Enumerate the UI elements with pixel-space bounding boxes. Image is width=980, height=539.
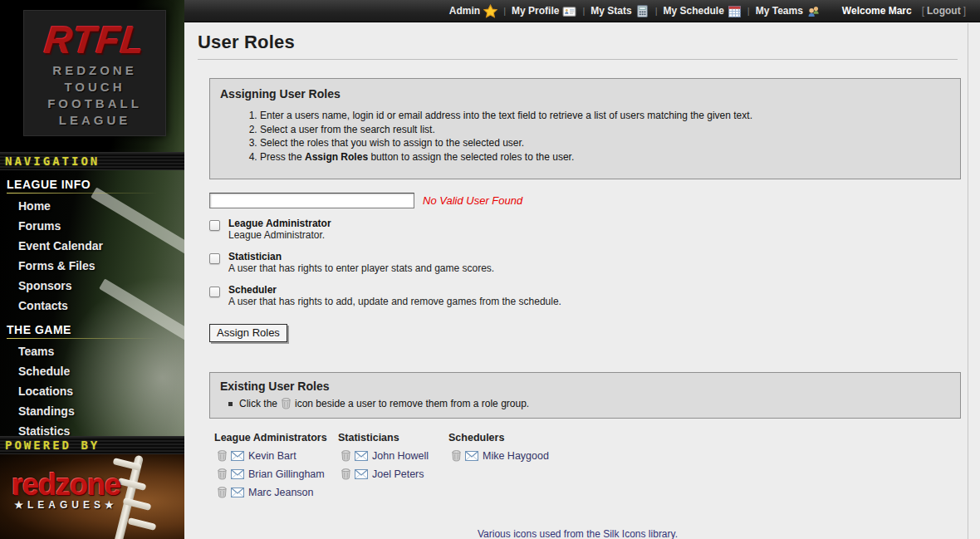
topbar-link-my-schedule[interactable]: My Schedule [663, 4, 741, 18]
user-row: Mike Haygood [448, 450, 549, 462]
user-row: Brian Gillingham [214, 468, 338, 480]
league-logo-area: RTFL REDZONE TOUCH FOOTBALL LEAGUE [0, 0, 184, 152]
role-description: League Administrator. [228, 229, 331, 242]
topbar-separator: | [503, 6, 506, 16]
topbar-link-my-stats[interactable]: My Stats [590, 4, 649, 18]
role-checkbox-scheduler[interactable] [209, 287, 220, 297]
sidebar-item-sponsors[interactable]: Sponsors [0, 276, 184, 296]
rtfl-logo-line: TOUCH [24, 79, 165, 96]
remove-user-bin-icon[interactable] [341, 468, 350, 480]
remove-user-bin-icon[interactable] [218, 487, 227, 498]
existing-panel-title: Existing User Roles [220, 380, 950, 393]
sidebar-item-teams[interactable]: Teams [0, 341, 184, 361]
role-text: Scheduler A user that has rights to add,… [228, 284, 561, 308]
sidebar-item-home[interactable]: Home [0, 196, 184, 216]
note-post-text: icon beside a user to remove them from a… [295, 398, 529, 409]
bin-icon [282, 398, 291, 409]
content-column: User Roles Assigning User Roles Enter a … [184, 23, 968, 539]
group-statisticians: Statisticians John Howell Joel Peters [338, 432, 448, 498]
instruction-step-bold: Assign Roles [305, 151, 368, 163]
star-icon [483, 4, 497, 18]
email-user-icon[interactable] [231, 488, 244, 497]
instruction-step: Select a user from the search result lis… [260, 123, 950, 137]
instruction-step: Press the Assign Roles button to assign … [260, 150, 950, 164]
assigning-panel-title: Assigning User Roles [220, 87, 950, 100]
sidebar-item-event-calendar[interactable]: Event Calendar [0, 236, 184, 256]
page-title: User Roles [198, 32, 958, 53]
assigning-user-roles-panel: Assigning User Roles Enter a users name,… [209, 78, 961, 179]
instruction-step: Select the roles that you wish to assign… [260, 136, 950, 150]
rtfl-logo-acronym: RTFL [22, 17, 168, 62]
logout-button[interactable]: Logout [927, 5, 961, 17]
powered-by-area: redzone ★LEAGUES★ [0, 454, 184, 539]
topbar: Admin | My Profile | My Stats | My Sched… [184, 0, 980, 22]
rtfl-logo-line: FOOTBALL [24, 96, 165, 112]
instruction-step-text: button to assign the selected roles to t… [368, 151, 574, 163]
title-divider [198, 59, 958, 60]
topbar-link-my-teams[interactable]: My Teams [756, 4, 821, 18]
user-search-input[interactable] [209, 193, 414, 208]
user-link[interactable]: Brian Gillingham [248, 468, 325, 480]
main-content: User Roles Assigning User Roles Enter a … [184, 23, 980, 539]
email-user-icon[interactable] [231, 451, 244, 461]
group-league-administrators: League Administrators Kevin Bart Brian G… [214, 432, 338, 498]
footer-link-line-silk-icons[interactable]: Various icons used from the Silk Icons l… [198, 528, 958, 539]
existing-panel-note: Click the icon beside a user to remove t… [228, 398, 950, 409]
role-groups: League Administrators Kevin Bart Brian G… [214, 432, 958, 498]
sidebar-item-schedule[interactable]: Schedule [0, 361, 184, 381]
email-user-icon[interactable] [465, 451, 478, 461]
section-title-league-info: LEAGUE INFO [0, 170, 184, 196]
topbar-link-my-profile[interactable]: My Profile [512, 4, 576, 18]
remove-user-bin-icon[interactable] [218, 450, 227, 462]
sidebar-item-forms-files[interactable]: Forms & Files [0, 256, 184, 276]
topbar-link-my-teams-label: My Teams [756, 5, 803, 17]
role-option-scheduler: Scheduler A user that has rights to add,… [209, 284, 958, 308]
app-window: RTFL REDZONE TOUCH FOOTBALL LEAGUE NAVIG… [0, 0, 980, 539]
sidebar-item-locations[interactable]: Locations [0, 381, 184, 401]
topbar-link-admin-label: Admin [449, 5, 480, 17]
topbar-separator: | [747, 6, 750, 16]
topbar-link-my-profile-label: My Profile [512, 5, 559, 17]
role-option-statistician: Statistician A user that has rights to e… [209, 251, 958, 275]
role-checkbox-league-administrator[interactable] [209, 220, 220, 231]
rtfl-logo-line: LEAGUE [24, 112, 165, 129]
user-link[interactable]: Mike Haygood [483, 450, 549, 462]
group-title: League Administrators [214, 432, 338, 443]
user-link[interactable]: Marc Jeanson [248, 487, 314, 498]
role-name: League Administrator [228, 218, 331, 229]
topbar-separator: | [582, 6, 585, 16]
email-user-icon[interactable] [355, 451, 368, 461]
user-row: John Howell [338, 450, 448, 462]
assigning-instructions: Enter a users name, login id or email ad… [220, 109, 950, 164]
topbar-link-admin[interactable]: Admin [449, 4, 497, 18]
sidebar-item-statistics[interactable]: Statistics [0, 421, 184, 436]
user-link[interactable]: Kevin Bart [248, 450, 296, 462]
remove-user-bin-icon[interactable] [452, 450, 461, 462]
group-schedulers: Schedulers Mike Haygood [448, 432, 549, 498]
user-row: Marc Jeanson [214, 487, 338, 498]
footer: Various icons used from the Silk Icons l… [198, 528, 958, 539]
user-row: Kevin Bart [214, 450, 338, 462]
remove-user-bin-icon[interactable] [341, 450, 350, 462]
sidebar-item-standings[interactable]: Standings [0, 401, 184, 421]
powered-by-band-label: POWERED BY [5, 439, 100, 452]
calculator-icon [635, 4, 649, 18]
powered-by-band: POWERED BY [0, 436, 184, 454]
sidebar-menu: LEAGUE INFO Home Forums Event Calendar F… [0, 170, 184, 436]
existing-user-roles-panel: Existing User Roles Click the icon besid… [209, 372, 961, 419]
navigation-band: NAVIGATION [0, 152, 184, 170]
email-user-icon[interactable] [355, 469, 368, 479]
calendar-icon [728, 4, 742, 18]
note-pre-text: Click the [239, 398, 277, 409]
redzone-logo-name: redzone [12, 471, 120, 499]
welcome-text: Welcome Marc [842, 5, 912, 17]
section-title-the-game: THE GAME [0, 316, 184, 341]
user-link[interactable]: John Howell [372, 450, 429, 462]
remove-user-bin-icon[interactable] [218, 468, 227, 480]
vcard-icon [562, 4, 576, 18]
email-user-icon[interactable] [231, 469, 244, 479]
role-checkbox-statistician[interactable] [209, 253, 220, 264]
role-text: League Administrator League Administrato… [228, 218, 331, 242]
assign-roles-button[interactable]: Assign Roles [209, 324, 287, 342]
user-link[interactable]: Joel Peters [372, 468, 424, 480]
